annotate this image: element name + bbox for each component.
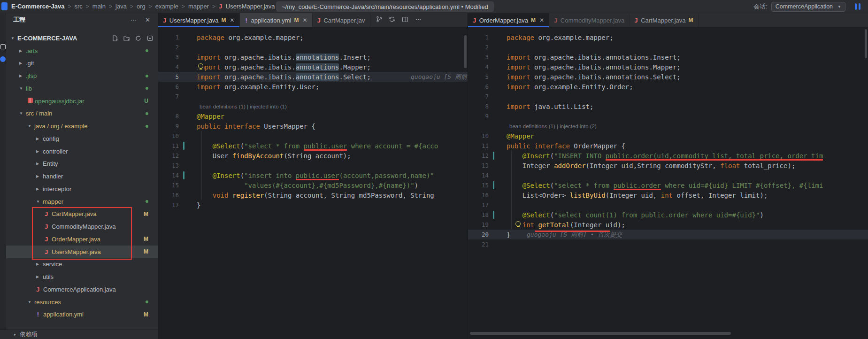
code-text[interactable]: package org.example.mapper;	[507, 34, 614, 41]
chevron-down-icon[interactable]: ▼	[28, 300, 34, 304]
close-tab-icon[interactable]: ✕	[303, 17, 307, 23]
inlay-hint[interactable]: bean definitions (1) | injected into (2)	[509, 123, 597, 129]
code-text[interactable]: int getTotal(Integer uid);	[507, 221, 625, 229]
tab-ordermapper-java[interactable]: JOrderMapper.javaM✕	[468, 13, 549, 27]
tab-application-yml[interactable]: !application.ymlM✕	[240, 13, 313, 27]
breadcrumb-item[interactable]: mapper	[188, 3, 209, 10]
chevron-right-icon[interactable]: ▶	[36, 149, 43, 154]
code-text[interactable]: User findByAccount(String account);	[197, 152, 351, 160]
tree-item-controller[interactable]: ▶controller	[6, 145, 158, 158]
chevron-down-icon[interactable]: ▼	[11, 36, 17, 40]
tab-usersmapper-java[interactable]: JUsersMapper.javaM✕	[158, 13, 240, 27]
chevron-right-icon[interactable]: ▶	[36, 162, 43, 166]
tree-item--arts[interactable]: ▶.arts	[6, 45, 158, 57]
tree-item-commoditymapper-java[interactable]: JCommodityMapper.java	[6, 220, 158, 233]
tree-item-mapper[interactable]: ▼mapper	[6, 195, 158, 208]
vertical-scrollbar[interactable]	[865, 29, 867, 58]
code-text[interactable]: import org.apache.ibatis.annotations.Map…	[197, 63, 371, 71]
code-text[interactable]: import org.apache.ibatis.annotations.Sel…	[507, 73, 681, 81]
project-tool-icon[interactable]	[0, 44, 6, 49]
chevron-right-icon[interactable]: ▶	[19, 74, 26, 78]
code-text[interactable]: @Select("select count(1) from public.ord…	[507, 211, 764, 219]
breadcrumb-item[interactable]: src	[74, 3, 82, 10]
code-editor[interactable]: 1package org.example.mapper;23import org…	[158, 27, 468, 339]
code-text[interactable]: import org.apache.ibatis.annotations.Ins…	[507, 54, 681, 61]
code-text[interactable]: import org.apache.ibatis.annotations.Ins…	[197, 54, 371, 61]
code-text[interactable]: @Select("select * from public.order wher…	[507, 182, 823, 189]
chevron-down-icon[interactable]: ▼	[28, 124, 34, 128]
code-text[interactable]: @Insert("INSERT INTO public.order(uid,co…	[507, 152, 823, 160]
chevron-right-icon[interactable]: ▶	[19, 49, 26, 53]
breadcrumb-root[interactable]: E-Commerce-Java	[11, 3, 64, 10]
chevron-down-icon[interactable]: ▼	[36, 200, 43, 204]
session-selector[interactable]: CommerceApplication ▼	[771, 2, 845, 12]
code-text[interactable]: List<Order> listByUid(Integer uid, int o…	[507, 192, 768, 199]
code-text[interactable]: @Insert("insert into public.user(account…	[197, 172, 434, 179]
breadcrumb-item[interactable]: org	[137, 3, 146, 10]
update-project-icon[interactable]	[389, 16, 395, 24]
tab-cartmapper-jav[interactable]: JCartMapper.jav	[313, 13, 370, 27]
close-icon[interactable]: ✕	[145, 16, 150, 23]
tree-item-application-yml[interactable]: !application.ymlM	[6, 308, 158, 321]
lightbulb-icon[interactable]	[515, 221, 521, 228]
code-text[interactable]: import org.apache.ibatis.annotations.Map…	[507, 63, 681, 71]
tree-item--jlsp[interactable]: ▶.jlsp	[6, 69, 158, 82]
tree-item-e-commerce-java[interactable]: ▼E-COMMERCE-JAVA	[6, 32, 158, 45]
code-text[interactable]: import java.util.List;	[507, 103, 593, 110]
code-text[interactable]: "values(#{account},#{md5Password},#{name…	[197, 182, 418, 189]
code-text[interactable]: void register(String account, String md5…	[197, 192, 434, 199]
code-text[interactable]: @Select("select * from public.user where…	[197, 142, 438, 150]
code-editor[interactable]: 1package org.example.mapper;23import org…	[468, 27, 868, 339]
breadcrumb-item[interactable]: example	[155, 3, 178, 10]
vertical-scrollbar[interactable]	[464, 35, 467, 68]
code-text[interactable]: @Mapper	[507, 132, 534, 140]
chevron-right-icon[interactable]: ▶	[19, 61, 26, 65]
tree-item-usersmapper-java[interactable]: JUsersMapper.javaM	[6, 246, 158, 258]
tree-item-ordermapper-java[interactable]: JOrderMapper.javaM	[6, 233, 158, 246]
tree-item--git[interactable]: ▶.git	[6, 57, 158, 70]
code-text[interactable]: public interface OrderMapper {	[507, 142, 625, 150]
more-icon[interactable]	[415, 16, 422, 24]
close-tab-icon[interactable]: ✕	[230, 17, 235, 23]
pause-icon[interactable]	[855, 3, 861, 10]
tree-item-cartmapper-java[interactable]: JCartMapper.javaM	[6, 208, 158, 221]
new-file-icon[interactable]	[112, 35, 118, 41]
dependencies-bar[interactable]: ▸ 依赖项	[0, 330, 158, 339]
tree-item-java-org-example[interactable]: ▼java / org / example	[6, 120, 158, 132]
tree-item-src-main[interactable]: ▼src / main	[6, 108, 158, 120]
refresh-icon[interactable]	[135, 35, 141, 41]
code-text[interactable]: public interface UsersMapper {	[197, 123, 315, 130]
code-text[interactable]: Integer addOrder(Integer uid,String comm…	[507, 162, 795, 170]
code-text[interactable]: import org.apache.ibatis.annotations.Sel…	[197, 73, 371, 81]
chevron-right-icon[interactable]: ▶	[36, 137, 43, 141]
tree-item-resources[interactable]: ▼resources	[6, 296, 158, 308]
tab-cartmapper-java[interactable]: JCartMapper.javaM	[630, 13, 698, 27]
chevron-right-icon[interactable]: ▶	[36, 187, 43, 191]
horizontal-scrollbar[interactable]	[470, 332, 731, 335]
tree-item-service[interactable]: ▶service	[6, 258, 158, 271]
tab-commoditymapper-java[interactable]: JCommodityMapper.java	[549, 13, 630, 27]
breadcrumb-item[interactable]: main	[92, 3, 106, 10]
split-editor-icon[interactable]	[402, 16, 408, 24]
code-text[interactable]: package org.example.mapper;	[197, 34, 304, 41]
code-text[interactable]: @Mapper	[197, 113, 224, 120]
tree-item-utils[interactable]: ▶utils	[6, 270, 158, 283]
tree-item-lib[interactable]: ▼lib	[6, 82, 158, 95]
lightbulb-icon[interactable]	[198, 63, 204, 70]
tree-item-config[interactable]: ▶config	[6, 132, 158, 145]
tree-item-handler[interactable]: ▶handler	[6, 170, 158, 183]
breadcrumb-file[interactable]: UsersMapper.java	[226, 3, 275, 10]
chevron-right-icon[interactable]: ▶	[36, 262, 43, 266]
git-branch-icon[interactable]	[376, 16, 382, 24]
collapse-all-icon[interactable]	[147, 35, 153, 41]
tree-item-entity[interactable]: ▶Entity	[6, 158, 158, 170]
chevron-down-icon[interactable]: ▼	[19, 111, 26, 116]
code-text[interactable]: import org.example.Entity.User;	[197, 83, 319, 91]
chevron-down-icon[interactable]: ▼	[19, 86, 26, 91]
inlay-hint[interactable]: bean definitions (1) | injected into (1)	[200, 104, 287, 109]
tree-item-commerceapplication-java[interactable]: JCommerceApplication.java	[6, 283, 158, 296]
chevron-right-icon[interactable]: ▶	[36, 174, 43, 178]
new-folder-icon[interactable]	[123, 35, 130, 41]
code-text[interactable]: }	[197, 201, 200, 209]
tree-item-opengaussjdbc-jar[interactable]: opengaussjdbc.jarU	[6, 95, 158, 108]
